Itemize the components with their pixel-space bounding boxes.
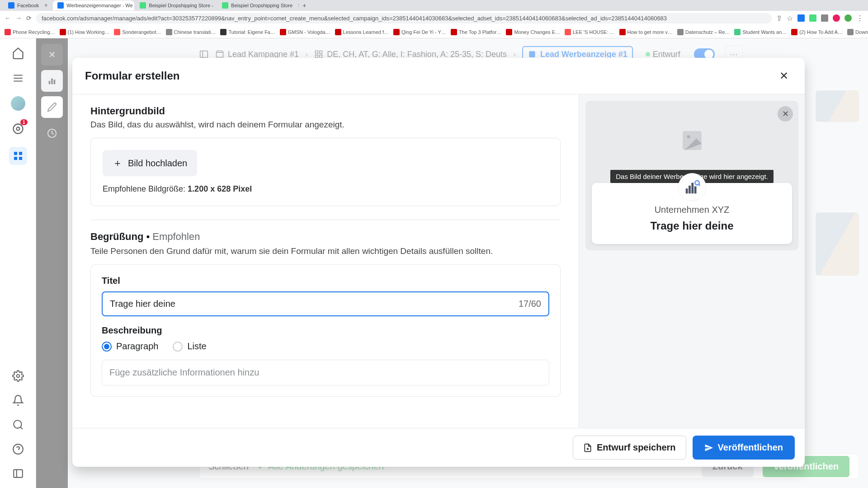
svg-rect-2: [14, 152, 17, 155]
form-preview: ✕ Das Bild deiner Werbeanzeige wird hier…: [585, 101, 798, 250]
close-icon[interactable]: ✕: [776, 68, 792, 84]
bookmark[interactable]: Money Changes E…: [506, 29, 560, 35]
address-bar: ← → ⟳ facebook.com/adsmanager/manage/ads…: [0, 11, 868, 25]
modal-title: Formular erstellen: [85, 70, 179, 82]
title-label: Titel: [102, 276, 549, 286]
tab-bar: Facebook× Werbeanzeigenmanager - We× Bei…: [0, 0, 868, 11]
upload-box: ＋Bild hochladen Empfohlene Bildgröße: 1.…: [90, 138, 561, 206]
avatar-icon[interactable]: [844, 14, 852, 22]
title-input[interactable]: [110, 299, 519, 309]
svg-rect-25: [694, 186, 696, 193]
upload-image-button[interactable]: ＋Bild hochladen: [103, 150, 197, 176]
form-content: Hintergrundbild Das Bild, das du auswähl…: [72, 94, 579, 428]
section-subtitle: Teile Personen den Grund dafür mit, waru…: [90, 246, 561, 256]
modal-footer: Entwurf speichern Veröffentlichen: [72, 428, 805, 467]
svg-rect-4: [14, 157, 17, 160]
radio-list[interactable]: Liste: [173, 341, 206, 352]
bookmark[interactable]: Qing Fei De Yi - Y…: [393, 29, 446, 35]
help-icon[interactable]: [11, 442, 25, 456]
svg-rect-5: [19, 157, 22, 160]
save-draft-button[interactable]: Entwurf speichern: [573, 436, 686, 460]
divider: [90, 220, 561, 220]
tab-close-icon[interactable]: ×: [44, 2, 47, 9]
home-icon[interactable]: [11, 46, 25, 60]
bookmark[interactable]: (2) How To Add A…: [791, 29, 843, 35]
bookmark[interactable]: Student Wants an…: [734, 29, 787, 35]
bookmark[interactable]: LEE 'S HOUSE: …: [565, 29, 615, 35]
bookmark[interactable]: Chinese translati…: [166, 29, 216, 35]
back-icon[interactable]: ←: [5, 14, 11, 22]
description-label: Beschreibung: [102, 325, 549, 336]
bookmark[interactable]: Lessons Learned f…: [335, 29, 389, 35]
brand-logo: [678, 173, 706, 201]
settings-icon[interactable]: [11, 369, 25, 383]
section-subtitle: Das Bild, das du auswählst, wird nach de…: [90, 120, 561, 130]
description-input[interactable]: Füge zusätzliche Informationen hinzu: [102, 360, 549, 385]
search-icon[interactable]: [11, 418, 25, 432]
ext-icon[interactable]: [821, 14, 828, 22]
svg-rect-22: [685, 188, 688, 193]
browser-tab[interactable]: Facebook×: [4, 0, 52, 10]
url-input[interactable]: facebook.com/adsmanager/manage/ads/edit?…: [36, 13, 772, 23]
section-title-greeting: Begrüßung • Empfohlen: [90, 231, 561, 243]
image-placeholder-icon: [679, 128, 705, 160]
svg-point-6: [16, 375, 19, 378]
recommended-size: Empfohlene Bildgröße: 1.200 x 628 Pixel: [103, 184, 548, 194]
browser-tab[interactable]: Beispiel Dropshipping Store -×: [135, 0, 217, 10]
svg-point-21: [687, 135, 690, 138]
browser-tab-active[interactable]: Werbeanzeigenmanager - We×: [53, 0, 134, 10]
hamburger-icon[interactable]: [11, 71, 25, 85]
notification-badge: 1: [20, 119, 28, 125]
bookmark[interactable]: Phone Recycling…: [5, 29, 55, 35]
ext-icon[interactable]: [833, 14, 840, 22]
profile-avatar[interactable]: [11, 96, 25, 111]
radio-paragraph[interactable]: Paragraph: [102, 341, 158, 352]
description-type-radios: Paragraph Liste: [102, 341, 549, 352]
ext-icon[interactable]: [809, 14, 816, 22]
share-icon[interactable]: ⇧: [776, 14, 782, 23]
star-icon[interactable]: ☆: [787, 14, 793, 23]
preview-panel: ✕ Das Bild deiner Werbeanzeige wird hier…: [579, 94, 805, 428]
title-char-counter: 17/60: [519, 299, 541, 309]
notifications-icon[interactable]: [11, 393, 25, 408]
svg-rect-3: [19, 152, 22, 155]
plus-icon: ＋: [113, 156, 123, 170]
extension-icons: ⇧ ☆ ⋮: [776, 14, 863, 23]
bookmark[interactable]: How to get more v…: [619, 29, 673, 35]
bookmark[interactable]: The Top 3 Platfor…: [451, 29, 502, 35]
svg-point-7: [14, 420, 21, 428]
preview-company-name: Unternehmen XYZ: [601, 205, 783, 215]
svg-point-1: [16, 127, 19, 131]
svg-rect-23: [689, 186, 691, 193]
browser-tab[interactable]: Beispiel Dropshipping Store×: [217, 0, 299, 10]
facebook-left-rail: 1: [0, 38, 36, 488]
reload-icon[interactable]: ⟳: [26, 14, 32, 22]
collapse-icon[interactable]: [11, 466, 25, 481]
kebab-icon[interactable]: ⋮: [856, 14, 863, 23]
bookmark[interactable]: Tutorial: Eigene Fa…: [220, 29, 275, 35]
section-title-background: Hintergrundbild: [90, 105, 561, 117]
preview-title-text: Trage hier deine: [601, 220, 783, 232]
create-form-modal: Formular erstellen ✕ Hintergrundbild Das…: [72, 58, 805, 467]
bookmark[interactable]: Download - Cooki…: [847, 29, 868, 35]
title-input-wrapper: 17/60: [102, 291, 549, 316]
bookmark-bar: Phone Recycling… (1) How Working… Sonder…: [0, 25, 868, 38]
bookmark[interactable]: GMSN - Vologda…: [280, 29, 330, 35]
svg-rect-9: [14, 469, 23, 477]
ads-manager-icon[interactable]: [9, 147, 27, 165]
new-tab-button[interactable]: +: [300, 2, 309, 9]
svg-point-0: [13, 124, 23, 134]
audience-icon[interactable]: 1: [11, 122, 25, 136]
bookmark[interactable]: Sonderangebot…: [114, 29, 161, 35]
modal-header: Formular erstellen ✕: [72, 58, 805, 94]
ext-icon[interactable]: [797, 14, 805, 22]
bookmark[interactable]: (1) How Working…: [60, 29, 110, 35]
tab-close-icon[interactable]: ×: [298, 2, 299, 9]
publish-form-button[interactable]: Veröffentlichen: [693, 436, 795, 460]
bookmark[interactable]: Datenschutz – Re…: [677, 29, 730, 35]
browser-chrome: Facebook× Werbeanzeigenmanager - We× Bei…: [0, 0, 868, 38]
svg-rect-24: [691, 183, 693, 194]
greeting-form-card: Titel 17/60 Beschreibung Paragraph Liste…: [90, 264, 561, 397]
forward-icon[interactable]: →: [15, 14, 22, 22]
